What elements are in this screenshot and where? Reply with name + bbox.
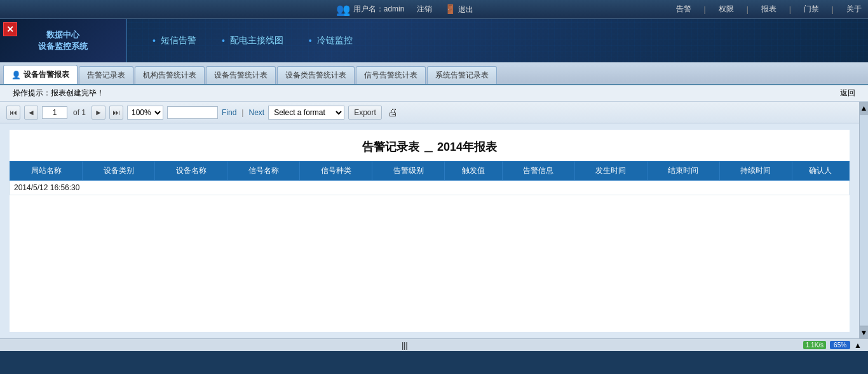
scroll-indicator: ||| xyxy=(6,341,803,350)
logout-icon: 🚪 xyxy=(445,4,456,14)
export-btn[interactable]: Export xyxy=(348,106,382,120)
col-device-type: 设备类别 xyxy=(83,162,155,181)
tab-alert-record[interactable]: 告警记录表 xyxy=(79,66,133,84)
nav-auth[interactable]: 权限 xyxy=(719,4,734,15)
report-table: 局站名称 设备类别 设备名称 信号名称 信号种类 告警级别 触发值 告警信息 发… xyxy=(10,161,850,195)
op-hint: 操作提示：报表创建完毕！ 返回 xyxy=(0,85,868,102)
logo-title-line1: 数据中心 xyxy=(46,29,79,41)
tab-system-alert-record[interactable]: 系统告警记录表 xyxy=(427,66,497,84)
top-bar: 👥 用户名：admin 注销 🚪 退出 告警 | 权限 | 报表 | 门禁 | … xyxy=(0,0,868,19)
col-start-time: 发生时间 xyxy=(574,162,647,181)
logout-btn[interactable]: 🚪 退出 xyxy=(445,4,473,15)
top-bar-center: 👥 用户名：admin 注销 🚪 退出 xyxy=(336,3,473,17)
col-end-time: 结束时间 xyxy=(647,162,719,181)
last-page-btn[interactable]: ⏭ xyxy=(109,106,123,120)
scrollbar-right[interactable]: ▲ ▼ xyxy=(859,102,868,338)
nav-sms-alert[interactable]: 短信告警 xyxy=(153,35,196,46)
next-link[interactable]: Next xyxy=(248,108,264,117)
bottom-bar: ||| 1.1K/s 65% ▲ xyxy=(0,338,868,351)
viewer-main: ⏮ ◄ of 1 ► ⏭ 100% 25% 50% 75% 150% 200% … xyxy=(0,102,859,338)
report-title: 告警记录表 ＿ 2014年报表 xyxy=(10,130,850,161)
scroll-track[interactable] xyxy=(860,114,868,326)
find-link[interactable]: Find xyxy=(222,108,236,117)
close-button[interactable]: ✕ xyxy=(3,22,17,36)
col-trigger-val: 触发值 xyxy=(445,162,502,181)
user-icon: 👥 xyxy=(336,3,350,17)
progress-badge: 65% xyxy=(830,341,850,349)
user-label: 用户名：admin xyxy=(353,4,405,15)
page-of-label: of 1 xyxy=(73,108,86,117)
logo-nav: ✕ 数据中心 设备监控系统 短信告警 配电主接线图 冷链监控 xyxy=(0,19,868,62)
user-info: 👥 用户名：admin xyxy=(336,3,405,17)
tab-device-type-alert-stats[interactable]: 设备类告警统计表 xyxy=(277,66,355,84)
nav-alert[interactable]: 告警 xyxy=(676,4,691,15)
viewer-area: ⏮ ◄ of 1 ► ⏭ 100% 25% 50% 75% 150% 200% … xyxy=(0,102,868,338)
tab-device-alert-report[interactable]: 👤 设备告警报表 xyxy=(3,65,78,84)
table-row: 2014/5/12 16:56:30 xyxy=(10,181,850,195)
op-hint-text: 操作提示：报表创建完毕！ xyxy=(13,88,104,99)
logo-box: ✕ 数据中心 设备监控系统 xyxy=(0,19,127,62)
format-select[interactable]: Select a format PDF Excel Word CSV xyxy=(268,106,344,120)
col-alert-info: 告警信息 xyxy=(502,162,574,181)
tab-device-alert-stats[interactable]: 设备告警统计表 xyxy=(206,66,276,84)
tabs-bar: 👤 设备告警报表 告警记录表 机构告警统计表 设备告警统计表 设备类告警统计表 … xyxy=(0,62,868,85)
col-alert-level: 告警级别 xyxy=(372,162,445,181)
nav-report[interactable]: 报表 xyxy=(761,4,776,15)
col-signal-name: 信号名称 xyxy=(227,162,300,181)
tab-icon-device-alert: 👤 xyxy=(11,71,21,80)
scroll-down-btn[interactable]: ▼ xyxy=(860,326,868,338)
main-area: 👤 设备告警报表 告警记录表 机构告警统计表 设备告警统计表 设备类告警统计表 … xyxy=(0,62,868,351)
register-btn[interactable]: 注销 xyxy=(417,4,432,15)
next-page-btn[interactable]: ► xyxy=(92,106,105,120)
nav-cold-chain[interactable]: 冷链监控 xyxy=(309,35,353,46)
logo-title-line2: 设备监控系统 xyxy=(38,41,88,52)
zoom-select[interactable]: 100% 25% 50% 75% 150% 200% xyxy=(127,106,163,120)
nav-about[interactable]: 关于 xyxy=(846,4,862,15)
page-number-input[interactable] xyxy=(42,106,67,119)
scroll-up-btn[interactable]: ▲ xyxy=(860,102,868,114)
top-bar-right: 告警 | 权限 | 报表 | 门禁 | 关于 xyxy=(676,4,862,15)
col-signal-type: 信号种类 xyxy=(300,162,372,181)
nav-items: 短信告警 配电主接线图 冷链监控 xyxy=(127,35,353,46)
col-device-name: 设备名称 xyxy=(155,162,227,181)
nav-power-diagram[interactable]: 配电主接线图 xyxy=(222,35,283,46)
report-content: 告警记录表 ＿ 2014年报表 局站名称 设备类别 设备名称 信号名称 信号种类… xyxy=(10,130,850,332)
col-duration: 持续时间 xyxy=(719,162,792,181)
report-toolbar: ⏮ ◄ of 1 ► ⏭ 100% 25% 50% 75% 150% 200% … xyxy=(0,102,859,123)
back-btn[interactable]: 返回 xyxy=(840,88,855,99)
timestamp-cell: 2014/5/12 16:56:30 xyxy=(10,181,850,195)
speed-badge: 1.1K/s xyxy=(803,341,826,349)
first-page-btn[interactable]: ⏮ xyxy=(6,106,20,120)
status-area: 1.1K/s 65% ▲ xyxy=(803,341,862,350)
table-header-row: 局站名称 设备类别 设备名称 信号名称 信号种类 告警级别 触发值 告警信息 发… xyxy=(10,162,850,181)
col-confirm-person: 确认人 xyxy=(792,162,849,181)
print-btn[interactable]: 🖨 xyxy=(386,106,400,120)
prev-page-btn[interactable]: ◄ xyxy=(24,106,38,120)
find-input[interactable] xyxy=(167,106,218,119)
col-station: 局站名称 xyxy=(10,162,83,181)
tab-signal-alert-stats[interactable]: 信号告警统计表 xyxy=(356,66,426,84)
up-arrow: ▲ xyxy=(854,341,862,350)
nav-door[interactable]: 门禁 xyxy=(804,4,819,15)
tab-org-alert-stats[interactable]: 机构告警统计表 xyxy=(135,66,205,84)
